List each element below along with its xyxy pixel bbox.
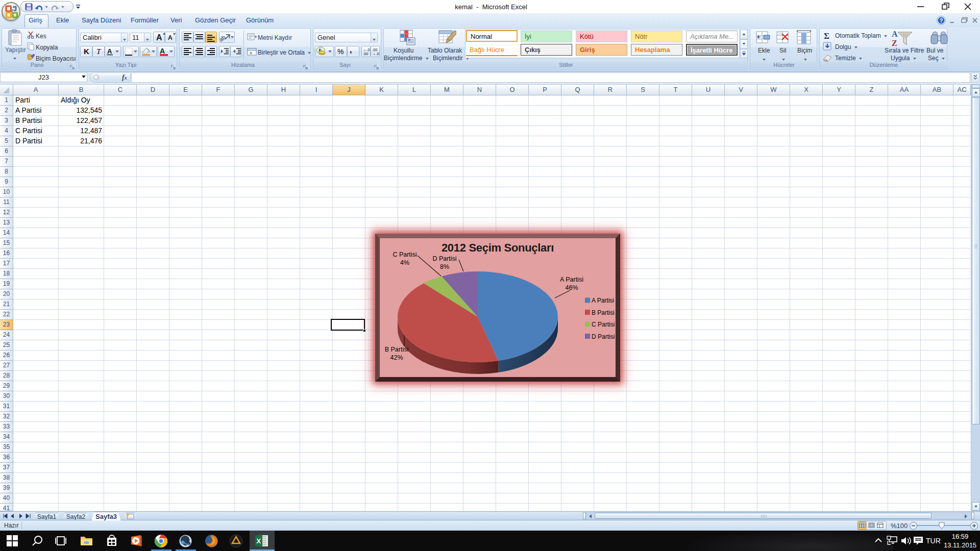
svg-text:?: ? [940, 17, 943, 23]
svg-text:42%: 42% [390, 354, 403, 361]
svg-text:D Partisi: D Partisi [592, 333, 615, 340]
svg-text:A: A [168, 34, 173, 41]
svg-text:C Partisi: C Partisi [592, 321, 615, 328]
svg-text:46%: 46% [565, 284, 578, 291]
svg-text:T: T [96, 47, 102, 56]
svg-text:A: A [156, 33, 162, 42]
svg-text:A: A [892, 30, 898, 38]
svg-text:C Partisi: C Partisi [393, 251, 416, 258]
svg-text:A: A [160, 47, 165, 55]
svg-text:ab: ab [219, 34, 227, 43]
svg-text:A Partisi: A Partisi [560, 276, 583, 283]
svg-text:4%: 4% [400, 259, 409, 266]
svg-text:8%: 8% [440, 263, 449, 270]
svg-text:→.0: →.0 [372, 52, 379, 56]
svg-text:%: % [337, 47, 344, 56]
svg-text:Σ: Σ [824, 31, 829, 40]
svg-text:B Partisi: B Partisi [592, 309, 615, 316]
svg-text:,: , [350, 46, 352, 54]
svg-text:.00: .00 [363, 52, 368, 56]
svg-text:B Partisi: B Partisi [385, 346, 409, 353]
svg-text:X: X [257, 537, 261, 545]
svg-text:2012 Seçim Sonuçları: 2012 Seçim Sonuçları [442, 241, 554, 254]
svg-text:A: A [107, 47, 112, 55]
svg-text:K: K [84, 47, 89, 56]
svg-text:D Partisi: D Partisi [432, 255, 456, 262]
svg-text:a: a [250, 51, 252, 55]
svg-text:A Partisi: A Partisi [592, 297, 614, 304]
svg-text:Z: Z [892, 39, 897, 47]
